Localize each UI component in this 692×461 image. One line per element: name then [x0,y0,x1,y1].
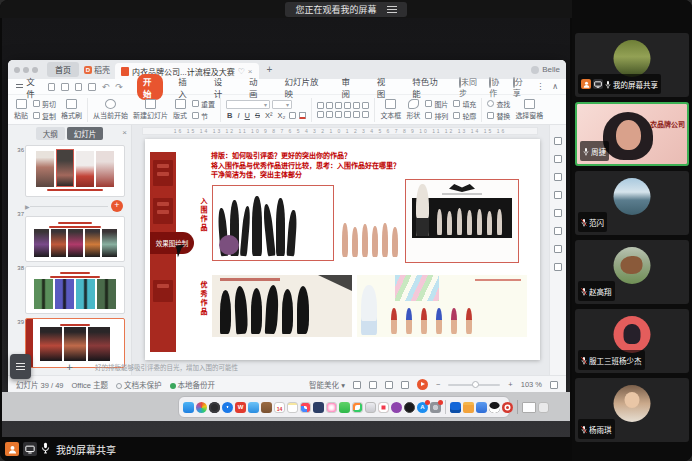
mail-icon[interactable] [248,402,259,413]
apple-tv-icon[interactable] [404,402,415,413]
system-preferences-icon[interactable] [430,402,441,413]
ribbon-tab-features[interactable]: 特色功能 [406,74,447,100]
bold-button[interactable]: B [226,111,233,120]
slideshow-play-button[interactable] [417,379,428,390]
text-direction-icon[interactable] [353,102,360,109]
protect-status[interactable]: 文档未保护 [116,379,162,390]
font-color-icon[interactable] [299,112,306,119]
ribbon-tab-slideshow[interactable]: 幻灯片放映 [278,74,326,100]
netease-music-icon[interactable] [502,402,513,413]
window-controls[interactable] [14,67,38,73]
zoom-slider[interactable] [448,384,500,386]
slide-thumbnail-38[interactable] [25,266,125,314]
sorter-view-icon[interactable] [369,381,377,389]
design-panel-icon[interactable] [554,155,562,163]
comment-panel-icon[interactable] [554,209,562,217]
underline-button[interactable]: U [244,111,251,120]
undo-icon[interactable]: ↶ [102,83,110,91]
gown-artwork-image[interactable] [212,275,352,337]
photos-dark-icon[interactable] [313,402,324,413]
beautify-panel-icon[interactable] [554,245,562,253]
find-button[interactable]: 查找 [487,99,510,109]
theme-name[interactable]: Office 主题 [72,379,109,390]
slide-nav-item[interactable] [153,160,173,186]
finder-icon[interactable] [183,402,194,413]
arrange-button[interactable]: 排列 [425,111,448,121]
ftp-folder-icon[interactable] [463,402,474,413]
paste-button[interactable]: 粘贴 [14,99,28,120]
paragraph-settings-icon[interactable] [362,111,369,118]
line-spacing-icon[interactable] [362,102,369,109]
fill-button[interactable]: 填充 [453,99,476,109]
slide-note-text[interactable]: 好的排版能够吸引评委的目光，增加入围的可能性 [95,362,238,372]
messages-icon[interactable] [339,402,350,413]
textbox-button[interactable]: 文本框 [380,99,401,120]
app-store-icon[interactable]: A [417,402,428,413]
new-slide-button[interactable]: 新建幻灯片 [133,99,168,120]
shapes-button[interactable]: 形状 [406,99,420,120]
close-panel-icon[interactable]: × [122,128,127,137]
play-from-current-button[interactable]: 从当前开始 [93,99,128,120]
tab-docer[interactable]: D稻壳 [84,64,110,75]
zoom-level[interactable]: 103 % [521,380,542,389]
slides-tab[interactable]: 幻灯片 [67,127,104,140]
qq-icon[interactable] [489,402,500,413]
ribbon-tab-insert[interactable]: 插入 [172,74,198,100]
sketch-artwork-image[interactable] [212,185,334,261]
new-file-icon[interactable] [48,83,56,91]
mic-icon[interactable] [41,440,50,458]
fit-slide-icon[interactable] [550,381,558,389]
chart-panel-icon[interactable] [554,227,562,235]
calendar-icon[interactable]: 14 [274,402,285,413]
print-icon[interactable] [75,83,83,91]
trash-icon[interactable] [538,402,549,413]
italic-button[interactable]: I [236,111,240,120]
indent-increase-icon[interactable] [344,102,351,109]
zoom-out-button[interactable]: − [436,380,440,389]
ribbon-tab-design[interactable]: 设计 [208,74,234,100]
format-painter-button[interactable]: 格式刷 [61,99,82,120]
keynote-icon[interactable] [365,402,376,413]
teamviewer-icon[interactable] [450,402,461,413]
export-icon[interactable] [88,83,96,91]
smart-beautify-button[interactable]: 智能美化 ▾ [309,379,345,390]
participant-tile[interactable]: 赵高翔 [575,240,689,304]
reminders-icon[interactable] [300,402,311,413]
save-icon[interactable] [61,83,69,91]
history-panel-icon[interactable] [554,263,562,271]
current-slide[interactable]: 效果图绘制 排版：如何吸引评委？更好的突出你的作品？ 将入围作品与优秀作品进行比… [145,139,540,360]
numbering-icon[interactable] [326,102,333,109]
redo-icon[interactable]: ↷ [115,83,123,91]
superscript-button[interactable]: X² [264,111,274,120]
replace-button[interactable]: 替换 [487,111,510,121]
screenshot-preview[interactable] [522,402,536,413]
slide-thumbnail-36[interactable] [25,145,125,197]
font-size-select[interactable]: ▾ [272,100,292,109]
photos-icon[interactable] [326,402,337,413]
launchpad-icon[interactable] [209,402,220,413]
file-menu[interactable]: 文件 [16,75,42,99]
properties-panel-icon[interactable] [554,137,562,145]
safari-icon[interactable] [222,402,233,413]
wps-icon[interactable]: W [235,402,246,413]
slide-thumbnail-37[interactable] [25,216,125,262]
menu-icon[interactable] [387,6,397,13]
align-left-icon[interactable] [317,111,324,118]
reading-view-icon[interactable] [385,381,393,389]
font-family-select[interactable]: ▾ [226,100,270,109]
stocks-icon[interactable] [352,402,363,413]
participant-tile-self[interactable]: 我的屏幕共享 [575,33,689,97]
slide-nav-active-item[interactable]: 效果图绘制 [150,232,194,254]
copy-button[interactable]: 复制 [33,111,56,121]
section-button[interactable]: 节 [192,111,215,121]
align-center-icon[interactable] [326,111,333,118]
notes-icon[interactable] [287,402,298,413]
columns-icon[interactable] [353,111,360,118]
strikethrough-button[interactable]: S [254,111,261,120]
music-icon[interactable] [378,402,389,413]
shortlisted-label[interactable]: 入围作品 [198,197,208,233]
black-lineup-image[interactable] [405,179,519,263]
participant-tile[interactable]: 范闪 [575,171,689,235]
zoom-in-button[interactable]: + [508,380,512,389]
normal-view-icon[interactable] [353,381,361,389]
